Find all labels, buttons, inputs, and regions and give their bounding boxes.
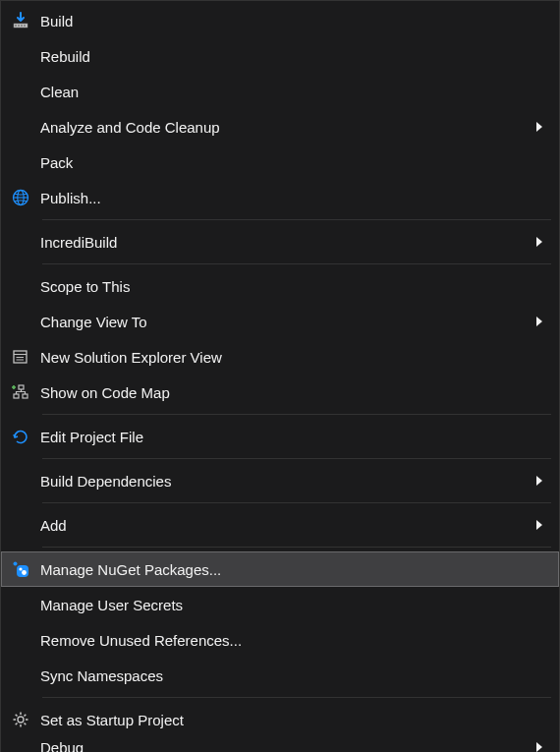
menu-item-label: Manage NuGet Packages... (40, 561, 547, 578)
menu-item-build-dependencies[interactable]: Build Dependencies (1, 463, 559, 498)
menu-item-label: Sync Namespaces (40, 667, 547, 684)
menu-item-scope-to-this[interactable]: Scope to This (1, 268, 559, 304)
submenu-arrow-icon (532, 520, 547, 530)
gear-icon (1, 702, 40, 737)
menu-item-label: Scope to This (40, 278, 547, 295)
svg-rect-1 (15, 26, 17, 27)
submenu-arrow-icon (532, 742, 547, 752)
svg-line-24 (16, 715, 18, 717)
globe-icon (1, 180, 40, 215)
context-menu: Build Rebuild Clean Analyze and Code Cle… (0, 0, 560, 752)
menu-separator (42, 414, 551, 415)
nuget-icon (1, 551, 40, 587)
menu-item-label: Change View To (40, 314, 532, 330)
menu-item-label: IncrediBuild (40, 234, 532, 251)
submenu-arrow-icon (532, 122, 547, 132)
menu-item-label: Build Dependencies (40, 473, 532, 490)
menu-item-label: Debug (40, 739, 532, 753)
menu-item-label: New Solution Explorer View (40, 349, 547, 366)
svg-line-25 (25, 723, 27, 725)
new-view-icon (1, 339, 40, 375)
edit-project-icon (1, 419, 40, 454)
build-icon (1, 3, 40, 38)
menu-item-label: Edit Project File (40, 429, 547, 445)
svg-line-27 (25, 715, 27, 717)
svg-rect-13 (14, 394, 19, 398)
svg-rect-12 (19, 385, 24, 389)
menu-separator (42, 547, 551, 548)
menu-item-pack[interactable]: Pack (1, 145, 559, 180)
menu-item-sync-namespaces[interactable]: Sync Namespaces (1, 658, 559, 693)
menu-item-build[interactable]: Build (1, 3, 559, 38)
menu-separator (42, 502, 551, 503)
menu-item-label: Build (40, 13, 547, 29)
menu-item-incredibuild[interactable]: IncrediBuild (1, 224, 559, 260)
menu-item-label: Add (40, 517, 532, 534)
menu-item-new-solution-explorer-view[interactable]: New Solution Explorer View (1, 339, 559, 375)
svg-point-18 (22, 570, 27, 575)
svg-rect-14 (23, 394, 28, 398)
menu-item-label: Pack (40, 154, 547, 171)
menu-item-set-as-startup-project[interactable]: Set as Startup Project (1, 702, 559, 737)
menu-item-label: Set as Startup Project (40, 712, 547, 728)
svg-point-19 (18, 717, 24, 723)
svg-point-15 (14, 562, 18, 566)
menu-item-label: Manage User Secrets (40, 597, 547, 613)
submenu-arrow-icon (532, 237, 547, 247)
menu-item-manage-nuget-packages[interactable]: Manage NuGet Packages... (1, 551, 559, 587)
menu-item-change-view-to[interactable]: Change View To (1, 304, 559, 339)
svg-rect-4 (24, 26, 26, 27)
svg-rect-2 (18, 26, 20, 27)
svg-line-26 (16, 723, 18, 725)
menu-item-label: Clean (40, 84, 547, 100)
code-map-icon (1, 375, 40, 410)
menu-item-debug[interactable]: Debug (1, 737, 559, 752)
menu-item-clean[interactable]: Clean (1, 74, 559, 109)
menu-item-manage-user-secrets[interactable]: Manage User Secrets (1, 587, 559, 622)
menu-separator (42, 697, 551, 698)
menu-item-label: Analyze and Code Cleanup (40, 119, 532, 136)
menu-item-analyze-cleanup[interactable]: Analyze and Code Cleanup (1, 109, 559, 145)
menu-separator (42, 219, 551, 220)
menu-separator (42, 458, 551, 459)
svg-point-17 (19, 567, 22, 570)
menu-item-publish[interactable]: Publish... (1, 180, 559, 215)
submenu-arrow-icon (532, 317, 547, 326)
menu-item-label: Rebuild (40, 48, 547, 65)
menu-item-label: Show on Code Map (40, 384, 547, 401)
menu-item-add[interactable]: Add (1, 507, 559, 543)
menu-item-label: Remove Unused References... (40, 632, 547, 649)
menu-item-remove-unused-references[interactable]: Remove Unused References... (1, 622, 559, 658)
menu-item-show-on-code-map[interactable]: Show on Code Map (1, 375, 559, 410)
submenu-arrow-icon (532, 476, 547, 486)
menu-item-rebuild[interactable]: Rebuild (1, 38, 559, 74)
menu-item-edit-project-file[interactable]: Edit Project File (1, 419, 559, 454)
menu-separator (42, 263, 551, 264)
svg-rect-3 (21, 26, 23, 27)
menu-item-label: Publish... (40, 190, 547, 206)
